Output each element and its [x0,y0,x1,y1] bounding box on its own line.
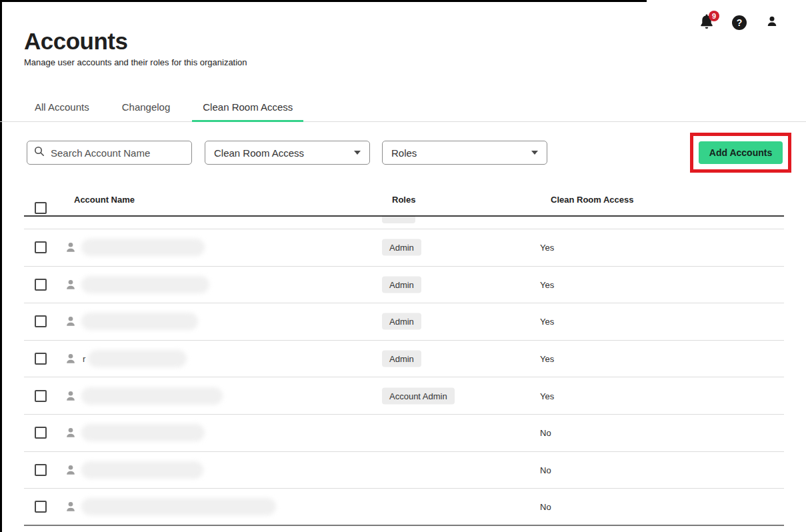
user-avatar-icon [64,278,77,291]
tab-clean-room-access[interactable]: Clean Room Access [192,93,303,121]
table-row: Account Admin Yes [24,377,784,415]
clean-room-access-value: Yes [540,317,554,327]
redacted-account-name [81,424,205,441]
add-accounts-button[interactable]: Add Accounts [699,141,783,164]
row-checkbox[interactable] [35,390,47,402]
table-row: No [24,415,784,452]
notifications-button[interactable]: 9 [698,13,715,32]
column-header-account-name: Account Name [74,195,135,205]
dropdown-label: Clean Room Access [214,147,304,159]
search-input[interactable] [51,147,185,159]
tab-bar: All Accounts Changelog Clean Room Access [0,93,806,122]
accounts-table: Account Name Roles Clean Room Access Adm… [24,189,784,526]
user-icon [765,15,779,31]
row-checkbox[interactable] [35,464,47,476]
role-chip: Admin [382,276,421,293]
roles-filter-dropdown[interactable]: Roles [382,141,547,165]
window-crop-border-top [0,0,647,2]
select-all-checkbox[interactable] [35,202,47,214]
user-avatar-icon [64,463,77,477]
chevron-down-icon [354,151,361,155]
user-avatar-icon [64,352,77,365]
table-header-row: Account Name Roles Clean Room Access [24,189,784,217]
user-avatar-icon [64,426,77,439]
table-row: Admin Yes [24,303,784,341]
clean-room-access-value: Yes [540,279,554,289]
tab-all-accounts[interactable]: All Accounts [24,93,100,121]
account-name-prefix: r [83,354,85,364]
row-checkbox[interactable] [35,315,47,327]
window-crop-border-left [0,0,2,532]
user-avatar-icon [64,241,77,254]
search-icon [34,146,45,159]
row-checkbox[interactable] [35,279,47,291]
role-chip: Admin [382,239,421,256]
red-highlight-annotation: Add Accounts [690,133,791,173]
column-header-clean-room-access: Clean Room Access [551,195,634,205]
page-subtitle: Manage user accounts and their roles for… [24,57,247,67]
redacted-account-name [81,276,209,293]
column-header-roles: Roles [392,195,415,205]
clipped-role-chip [382,217,415,223]
clean-room-access-value: Yes [540,391,554,401]
table-row: No [24,489,784,526]
role-chip: Admin [382,351,421,367]
clean-room-access-value: Yes [540,354,554,364]
dropdown-label: Roles [391,147,417,159]
row-checkbox[interactable] [35,501,47,513]
search-box [27,141,192,165]
tab-changelog[interactable]: Changelog [111,93,181,121]
clean-room-access-value: Yes [540,243,554,253]
table-row: Admin Yes [24,229,784,267]
redacted-account-name [81,239,205,256]
row-checkbox[interactable] [35,427,47,439]
redacted-account-name [81,387,223,405]
clean-room-access-filter-dropdown[interactable]: Clean Room Access [205,141,370,165]
user-avatar-icon [64,500,77,513]
help-icon: ? [732,15,747,30]
chevron-down-icon [531,151,538,155]
table-row: r Admin Yes [24,341,784,378]
table-row: Admin Yes [24,267,784,304]
notification-badge: 9 [709,11,719,21]
help-button[interactable]: ? [731,13,748,32]
account-menu-button[interactable] [763,13,781,32]
page-title: Accounts [24,28,127,55]
table-row: No [24,452,784,489]
user-avatar-icon [64,389,77,403]
redacted-account-name [81,461,203,479]
row-checkbox[interactable] [35,353,47,365]
clipped-partial-row [24,217,784,229]
redacted-account-name [81,313,198,330]
role-chip: Admin [382,313,421,330]
accounts-page: Accounts Manage user accounts and their … [0,0,806,532]
clean-room-access-value: No [540,428,551,438]
topbar-icons: 9 ? [698,12,781,33]
clean-room-access-value: No [540,501,551,511]
filter-row: Clean Room Access Roles [27,141,806,165]
row-checkbox[interactable] [35,241,47,253]
user-avatar-icon [64,315,77,328]
redacted-account-name [81,498,276,515]
role-chip: Account Admin [382,387,455,404]
clean-room-access-value: No [540,465,551,475]
redacted-account-name [88,350,187,367]
